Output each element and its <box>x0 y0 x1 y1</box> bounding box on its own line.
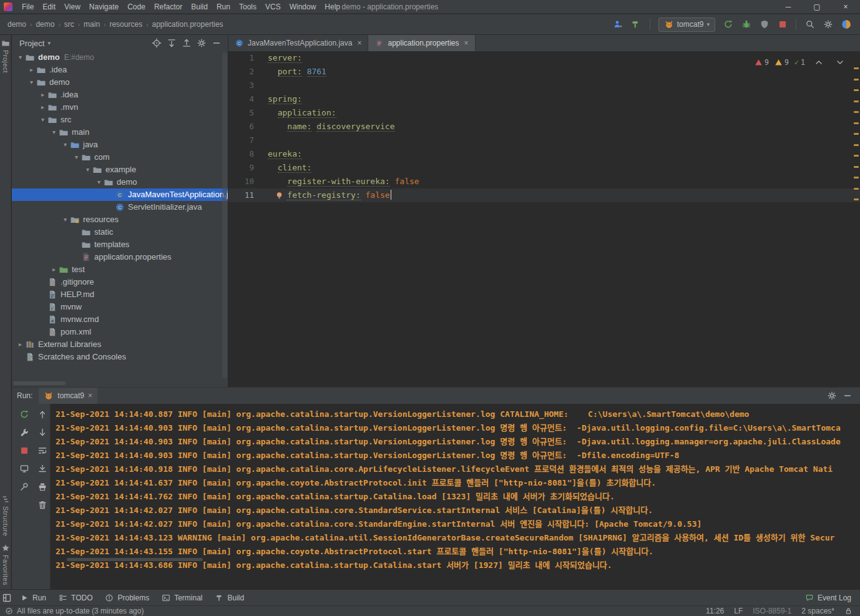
tree-item-static[interactable]: static <box>12 226 228 238</box>
stripe-mark[interactable] <box>854 67 859 69</box>
breadcrumb-demo[interactable]: demo <box>36 20 54 29</box>
chevron-down-icon[interactable]: ▾ <box>16 51 25 64</box>
pin-button[interactable] <box>17 481 31 493</box>
chevron-down-icon[interactable]: ▾ <box>61 139 70 151</box>
tree-item-.mvn[interactable]: ▸.mvn <box>12 101 228 114</box>
chevron-down-icon[interactable]: ▾ <box>94 176 104 188</box>
tree-item-demo[interactable]: ▾demoE:#demo <box>12 51 228 64</box>
breadcrumb-application.properties[interactable]: application.properties <box>152 20 223 29</box>
tree-item-resources[interactable]: ▾resources <box>12 213 228 226</box>
tool-window-button-terminal[interactable]: Terminal <box>155 590 208 606</box>
editor-body[interactable]: 1server:2 port: 876134spring:5 applicati… <box>228 51 860 387</box>
tool-button-favorites[interactable]: Favorites <box>1 540 10 589</box>
hide-button[interactable] <box>839 389 855 403</box>
run-config-select[interactable]: tomcat9▾ <box>658 17 715 32</box>
tree-item-scratches-and-consoles[interactable]: Scratches and Consoles <box>12 351 228 363</box>
stripe-mark[interactable] <box>854 100 859 102</box>
collaboration-button[interactable] <box>610 17 626 32</box>
tree-item-.idea[interactable]: ▸.idea <box>12 64 228 76</box>
tree-item-help.md[interactable]: HELP.md <box>12 288 228 301</box>
menu-edit[interactable]: Edit <box>38 0 60 14</box>
tool-window-button-todo[interactable]: TODO <box>52 590 99 606</box>
stop-button[interactable] <box>17 444 31 457</box>
menu-run[interactable]: Run <box>212 0 235 14</box>
tool-window-button-build[interactable]: Build <box>209 590 251 606</box>
settings-button[interactable] <box>820 17 836 32</box>
trash-button[interactable] <box>36 499 49 511</box>
code-line-4[interactable]: 4spring: <box>228 92 860 106</box>
stripe-mark[interactable] <box>854 111 859 113</box>
maximize-button[interactable]: ▢ <box>803 0 831 14</box>
code-line-5[interactable]: 5 application: <box>228 106 860 120</box>
chevron-right-icon[interactable]: ▸ <box>27 64 36 76</box>
tree-item-demo[interactable]: ▾demo <box>12 76 228 89</box>
stripe-mark[interactable] <box>854 155 859 157</box>
menu-view[interactable]: View <box>60 0 85 14</box>
tool-window-button-run[interactable]: Run <box>14 590 52 606</box>
tree-item-external-libraries[interactable]: ▸External Libraries <box>12 338 228 351</box>
chevron-down-icon[interactable]: ▾ <box>49 126 59 139</box>
stripe-mark[interactable] <box>854 89 859 91</box>
editor-tab-javamaventestapplication.java[interactable]: CJavaMavenTestApplication.java× <box>228 35 368 51</box>
stripe-mark[interactable] <box>854 188 859 190</box>
next-problem-button[interactable] <box>832 55 848 69</box>
arrow-up-button[interactable] <box>36 408 49 421</box>
prev-problem-button[interactable] <box>811 55 826 69</box>
breadcrumb-demo[interactable]: demo <box>7 20 26 29</box>
inspection-error[interactable]: 9 <box>755 58 769 67</box>
chevron-down-icon[interactable]: ▾ <box>83 164 92 176</box>
rerun-button[interactable] <box>17 408 31 421</box>
menu-build[interactable]: Build <box>187 0 212 14</box>
tree-item-templates[interactable]: templates <box>12 238 228 251</box>
tree-item-.idea[interactable]: ▸.idea <box>12 89 228 101</box>
tool-button-project[interactable]: Project <box>1 35 10 77</box>
search-button[interactable] <box>802 17 818 32</box>
debug-button[interactable] <box>738 17 754 32</box>
arrow-down-button[interactable] <box>36 426 49 439</box>
console-output[interactable]: 21-Sep-2021 14:14:40.887 INFO [main] org… <box>51 404 860 589</box>
soft-wrap-button[interactable] <box>36 444 49 457</box>
lock-icon[interactable] <box>844 607 853 615</box>
tab-close-icon[interactable]: × <box>357 39 361 47</box>
chevron-down-icon[interactable]: ▾ <box>27 76 36 89</box>
stripe-mark[interactable] <box>854 133 859 135</box>
chevron-right-icon[interactable]: ▸ <box>49 263 59 276</box>
scroll-end-button[interactable] <box>36 462 49 475</box>
collapse-all-button[interactable] <box>179 36 194 50</box>
tool-window-button-problems[interactable]: Problems <box>99 590 155 606</box>
tree-item-mvnw.cmd[interactable]: mvnw.cmd <box>12 313 228 326</box>
code-line-3[interactable]: 3 <box>228 79 860 92</box>
breadcrumb-src[interactable]: src <box>64 20 74 29</box>
chevron-right-icon[interactable]: ▸ <box>16 338 25 351</box>
printer-button[interactable] <box>36 481 49 493</box>
tree-item-mvnw[interactable]: mvnw <box>12 301 228 313</box>
build-hammer-button[interactable] <box>628 17 644 32</box>
stripe-mark[interactable] <box>854 79 859 81</box>
tab-close-icon[interactable]: × <box>88 391 92 400</box>
menu-code[interactable]: Code <box>123 0 150 14</box>
code-line-10[interactable]: 10 register-with-eureka: false <box>228 175 860 188</box>
project-vertical-scrollbar[interactable] <box>222 52 227 378</box>
settings-button[interactable] <box>194 36 209 50</box>
tree-item-javamaventestapplication.jav[interactable]: CJavaMavenTestApplication.jav <box>12 188 228 201</box>
tool-button-structure[interactable]: Structure <box>1 491 10 540</box>
chevron-down-icon[interactable]: ▾ <box>47 40 51 46</box>
tree-item-com[interactable]: ▾com <box>12 151 228 164</box>
run-tab-tomcat9[interactable]: tomcat9 × <box>39 388 97 404</box>
stripe-mark[interactable] <box>854 166 859 168</box>
minimize-button[interactable]: ─ <box>774 0 803 14</box>
tree-item-java[interactable]: ▾java <box>12 139 228 151</box>
code-line-11[interactable]: 11 fetch-registry: false <box>228 188 860 202</box>
tree-item-application.properties[interactable]: application.properties <box>12 251 228 263</box>
menu-refactor[interactable]: Refactor <box>150 0 187 14</box>
status-widget-lf[interactable]: LF <box>734 607 743 615</box>
tree-item-test[interactable]: ▸test <box>12 263 228 276</box>
hide-button[interactable] <box>209 36 224 50</box>
status-widget-iso-8859-1[interactable]: ISO-8859-1 <box>753 607 791 615</box>
chevron-down-icon[interactable]: ▾ <box>61 213 70 226</box>
settings-button[interactable] <box>824 389 839 403</box>
project-panel-title[interactable]: Project <box>19 39 44 48</box>
locate-button[interactable] <box>149 36 164 50</box>
wrench-button[interactable] <box>17 426 31 439</box>
console-horizontal-scrollbar[interactable] <box>67 558 203 561</box>
